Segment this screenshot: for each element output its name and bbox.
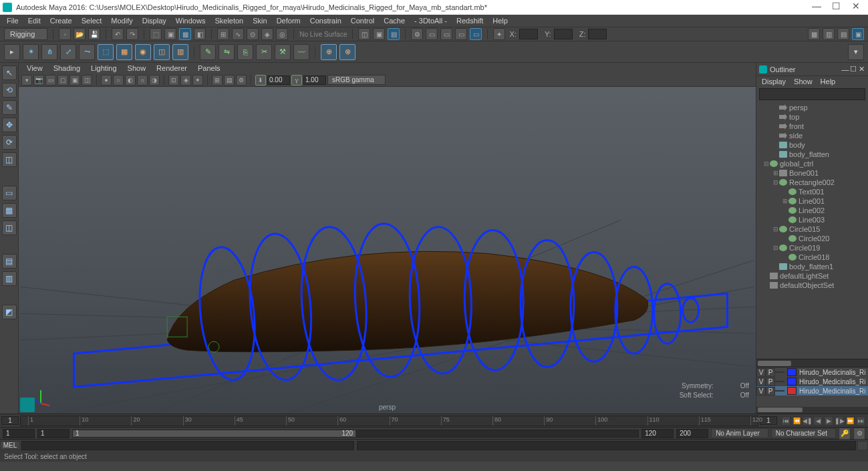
script-editor-icon[interactable] [857, 441, 868, 450]
ik-icon[interactable]: ⤢ [60, 44, 76, 60]
menu-select[interactable]: Select [78, 15, 106, 26]
timeline-start-field[interactable]: 1 [1, 416, 19, 425]
copy-weights-icon[interactable]: ⎘ [237, 44, 253, 60]
prune-icon[interactable]: ✂ [256, 44, 272, 60]
image-plane-icon[interactable]: ▭ [45, 75, 56, 86]
menu-edit[interactable]: Edit [24, 15, 45, 26]
display-layer-row[interactable]: VPHirudo_Medicinalis_Ri [756, 367, 868, 377]
menu-windows[interactable]: Windows [172, 15, 210, 26]
textured-icon[interactable]: ◐ [125, 75, 136, 86]
coord-z-field[interactable] [588, 29, 607, 39]
blend-icon[interactable]: ◫ [154, 44, 170, 60]
new-scene-icon[interactable]: ▫ [59, 28, 71, 40]
snap-live-icon[interactable]: ◎ [276, 28, 288, 40]
rotate-tool[interactable]: ⟳ [2, 135, 17, 150]
expand-icon[interactable]: ⊟ [772, 226, 779, 232]
outliner-item[interactable]: ⊟Rectangle002 [756, 178, 868, 187]
render-view4-icon[interactable]: ▭ [470, 28, 482, 40]
construction-history-icon[interactable]: ◫ [358, 28, 370, 40]
layer-vis-toggle[interactable]: V [756, 377, 766, 386]
panelmenu-renderer[interactable]: Renderer [152, 63, 191, 73]
joint-icon[interactable]: ⋔ [41, 44, 57, 60]
timeline-track[interactable]: 110203045506070758090100110115120 [20, 416, 758, 426]
step-fwd-button[interactable]: ❚▶ [835, 416, 844, 426]
outliner-item[interactable]: side [756, 131, 868, 140]
outliner-item[interactable]: Line002 [756, 206, 868, 215]
layer-vis-toggle[interactable]: V [756, 368, 766, 377]
layout-single-icon[interactable]: ▭ [2, 186, 17, 200]
anim-end-field[interactable]: 200 [676, 429, 708, 438]
hud-icon[interactable]: ▤ [224, 75, 235, 86]
menu-modify[interactable]: Modify [107, 15, 136, 26]
menu-redshift[interactable]: Redshift [452, 15, 487, 26]
ik-spline-icon[interactable]: ⤳ [79, 44, 95, 60]
gate-mask-icon[interactable]: ◫ [82, 75, 92, 86]
panel-layout3-icon[interactable]: ▤ [837, 28, 849, 40]
menu-create[interactable]: Create [46, 15, 76, 26]
cmd-lang-label[interactable]: MEL [0, 441, 20, 450]
play-back-button[interactable]: ◀ [813, 416, 823, 426]
viewport[interactable]: persp Symmetry:Off Soft Select:Off [19, 87, 756, 414]
exposure-field[interactable]: 0.00 [267, 75, 290, 85]
render-view3-icon[interactable]: ▭ [455, 28, 467, 40]
outliner-item[interactable]: top [756, 112, 868, 122]
menu-cache[interactable]: Cache [380, 15, 409, 26]
sel-hierarchy-icon[interactable]: ⬚ [150, 28, 162, 40]
layers-hscrollbar[interactable] [756, 407, 868, 414]
play-fwd-button[interactable]: ▶ [824, 416, 833, 426]
expand-icon[interactable]: ⊞ [782, 198, 788, 204]
sel-component-icon[interactable]: ▦ [179, 28, 191, 40]
outliner-item[interactable]: body_flatten [756, 150, 868, 159]
undo-icon[interactable]: ↶ [112, 28, 124, 40]
exposure-lock-icon[interactable]: ⬇ [255, 75, 266, 86]
wrap-icon[interactable]: ▥ [172, 44, 188, 60]
outliner-item[interactable]: ⊞Bone001 [756, 168, 868, 178]
layer-vis-toggle[interactable]: V [756, 387, 766, 396]
select-tool[interactable]: ↖ [2, 65, 17, 80]
panel-opts-icon[interactable]: ⚙ [236, 75, 247, 86]
camera-bookmark-icon[interactable]: 📷 [33, 75, 44, 86]
outliner-maximize-button[interactable]: ☐ [849, 65, 857, 73]
film-gate-icon[interactable]: ▢ [57, 75, 68, 86]
constraint1-icon[interactable]: ⊕ [321, 44, 337, 60]
layer-playback-toggle[interactable]: P [766, 377, 775, 386]
lights-icon[interactable]: ☼ [137, 75, 148, 86]
sel-mask-icon[interactable]: ◧ [194, 28, 206, 40]
shelf-more-icon[interactable]: ▾ [848, 44, 864, 60]
paint-weights-icon[interactable]: ✎ [200, 44, 216, 60]
layout-four-icon[interactable]: ▦ [2, 203, 17, 218]
xray-icon[interactable]: ◈ [180, 75, 191, 86]
isolate-icon[interactable]: ⊡ [168, 75, 179, 86]
outliner-item[interactable]: Line003 [756, 215, 868, 224]
outliner-item[interactable]: ⊟global_ctrl [756, 159, 868, 168]
layout-preset3-icon[interactable]: ◩ [2, 305, 17, 319]
time-slider[interactable]: 1 110203045506070758090100110115120 1 ⏮ … [0, 414, 868, 427]
lattice-icon[interactable]: ▦ [116, 44, 132, 60]
save-scene-icon[interactable]: 💾 [88, 28, 100, 40]
menu-deform[interactable]: Deform [273, 15, 305, 26]
render-icon[interactable]: ▣ [373, 28, 385, 40]
expand-icon[interactable]: ⊟ [772, 245, 779, 251]
step-back-button[interactable]: ◀❚ [803, 416, 812, 426]
outlmenu-show[interactable]: Show [791, 77, 815, 86]
mirror-weights-icon[interactable]: ⇋ [219, 44, 235, 60]
wireframe-icon[interactable]: ○ [113, 75, 124, 86]
panelmenu-shading[interactable]: Shading [49, 63, 84, 73]
shading-icon[interactable]: ● [101, 75, 112, 86]
outliner-item[interactable]: persp [756, 103, 868, 112]
outliner-item[interactable]: ⊟Circle015 [756, 224, 868, 234]
outlmenu-display[interactable]: Display [759, 77, 788, 86]
snap-point-icon[interactable]: ⊙ [247, 28, 259, 40]
gamma-field[interactable]: 1.00 [303, 75, 326, 85]
xform-icon[interactable]: ✦ [493, 28, 505, 40]
panelmenu-panels[interactable]: Panels [194, 63, 225, 73]
menu-help[interactable]: Help [488, 15, 512, 26]
menu-display[interactable]: Display [138, 15, 170, 26]
playback-end-field[interactable]: 120 [641, 429, 674, 438]
outliner-item[interactable]: defaultObjectSet [756, 281, 868, 290]
layer-playback-toggle[interactable]: P [766, 368, 775, 377]
character-set-combo[interactable]: No Character Set [771, 428, 836, 438]
panelmenu-view[interactable]: View [23, 63, 47, 73]
xray-joints-icon[interactable]: ✦ [192, 75, 203, 86]
menu-3dtoall[interactable]: - 3DtoAll - [410, 15, 451, 26]
